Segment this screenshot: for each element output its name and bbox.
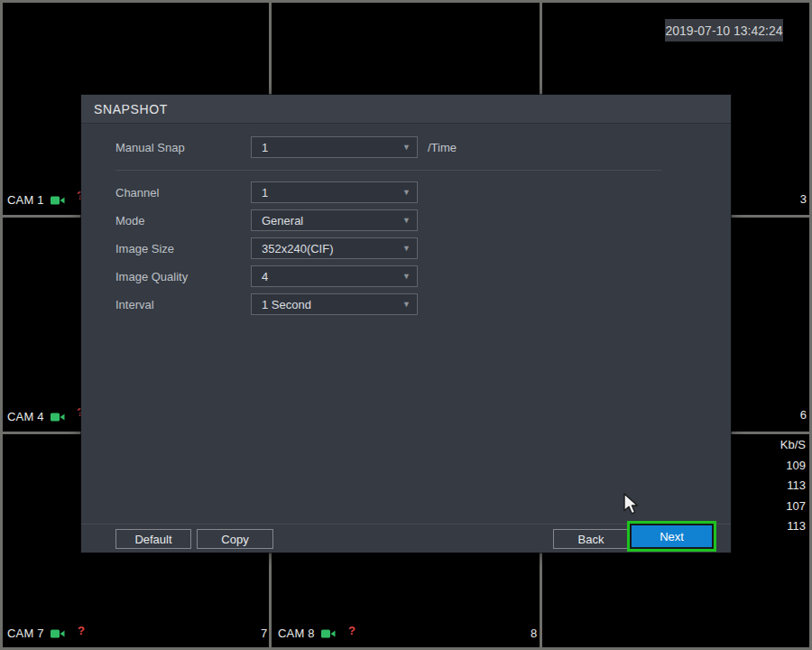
- channel-3-number: 3: [800, 192, 807, 206]
- bitrate-value: 113: [780, 516, 806, 537]
- channel-7-number: 7: [261, 627, 267, 640]
- chevron-down-icon: ▼: [402, 188, 411, 197]
- cam7-no-signal-icon: ?: [78, 624, 85, 637]
- image-size-select[interactable]: 352x240(CIF) ▼: [251, 237, 418, 259]
- grid-border-top: [0, 0, 812, 3]
- cam7-name: CAM 7: [7, 627, 44, 640]
- camera-cell-1-label: CAM 1: [7, 193, 65, 207]
- grid-border-left: [0, 0, 3, 650]
- manual-snap-row: Manual Snap 1 ▼ /Time: [115, 136, 457, 158]
- nvr-screen: 2019-07-10 13:42:24 CAM 1 ? 3 CAM 4 ? 6 …: [0, 0, 812, 650]
- chevron-down-icon: ▼: [402, 216, 411, 225]
- camera-cell-4-label: CAM 4: [7, 410, 65, 423]
- mode-value: General: [262, 214, 303, 228]
- interval-row: Interval 1 Second ▼: [115, 293, 418, 315]
- manual-snap-label: Manual Snap: [115, 141, 251, 154]
- channel-8-number: 8: [531, 627, 537, 640]
- cam1-name: CAM 1: [7, 193, 44, 207]
- chevron-down-icon: ▼: [402, 272, 411, 281]
- channel-6-number: 6: [800, 408, 807, 422]
- cam8-name: CAM 8: [278, 627, 315, 640]
- next-button[interactable]: Next: [632, 525, 712, 547]
- mouse-cursor: [623, 493, 641, 518]
- system-timestamp: 2019-07-10 13:42:24: [665, 19, 783, 42]
- dialog-title: SNAPSHOT: [81, 95, 731, 124]
- interval-value: 1 Second: [262, 298, 311, 311]
- bitrate-header: Kb/S: [780, 435, 806, 456]
- video-camera-icon: [51, 413, 65, 422]
- camera-cell-7-label: CAM 7: [7, 627, 65, 640]
- image-quality-label: Image Quality: [115, 270, 251, 283]
- manual-snap-select[interactable]: 1 ▼: [251, 136, 418, 158]
- image-quality-value: 4: [262, 270, 268, 283]
- bitrate-panel: Kb/S 109 113 107 113: [780, 435, 806, 537]
- image-size-value: 352x240(CIF): [262, 242, 333, 255]
- next-button-focus-frame: Next: [627, 521, 716, 552]
- interval-select[interactable]: 1 Second ▼: [251, 293, 418, 315]
- video-camera-icon: [51, 196, 65, 205]
- cam4-name: CAM 4: [7, 410, 44, 423]
- image-size-label: Image Size: [115, 242, 251, 255]
- interval-label: Interval: [115, 298, 251, 311]
- channel-select[interactable]: 1 ▼: [251, 181, 418, 203]
- channel-label: Channel: [115, 186, 251, 200]
- mode-label: Mode: [115, 214, 251, 228]
- manual-snap-value: 1: [262, 141, 268, 154]
- chevron-down-icon: ▼: [402, 300, 411, 309]
- image-quality-row: Image Quality 4 ▼: [115, 265, 418, 287]
- channel-row: Channel 1 ▼: [115, 181, 418, 203]
- bitrate-value: 107: [780, 497, 806, 517]
- copy-button[interactable]: Copy: [197, 529, 273, 549]
- video-camera-icon: [321, 629, 336, 638]
- camera-cell-8-label: CAM 8: [278, 627, 336, 640]
- section-divider: [115, 170, 661, 171]
- back-button[interactable]: Back: [553, 529, 629, 549]
- manual-snap-suffix: /Time: [428, 141, 457, 154]
- default-button[interactable]: Default: [115, 529, 191, 549]
- video-camera-icon: [51, 629, 65, 638]
- channel-value: 1: [262, 186, 268, 200]
- snapshot-dialog: SNAPSHOT Manual Snap 1 ▼ /Time Channel 1…: [81, 95, 731, 552]
- image-size-row: Image Size 352x240(CIF) ▼: [115, 237, 418, 259]
- cam8-no-signal-icon: ?: [348, 624, 355, 637]
- chevron-down-icon: ▼: [402, 143, 411, 152]
- bitrate-value: 113: [780, 476, 806, 497]
- image-quality-select[interactable]: 4 ▼: [251, 265, 418, 287]
- mode-row: Mode General ▼: [115, 209, 418, 231]
- mode-select[interactable]: General ▼: [251, 209, 418, 231]
- chevron-down-icon: ▼: [402, 244, 411, 253]
- bitrate-value: 109: [780, 456, 806, 477]
